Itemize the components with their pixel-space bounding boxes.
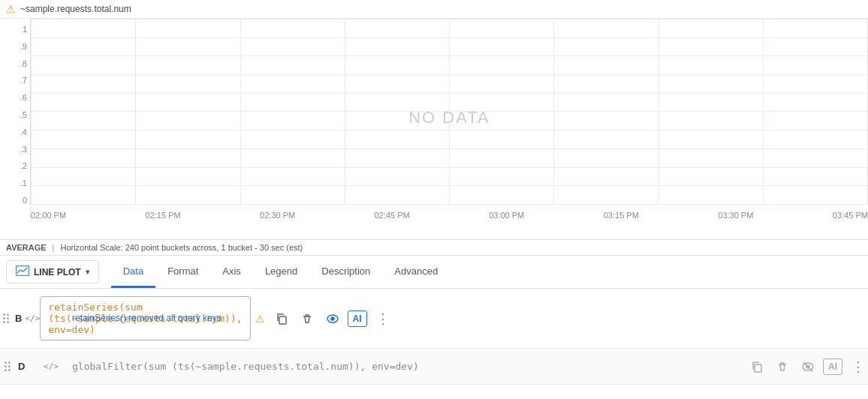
y-axis: 1 .9 .8 .7 .6 .5 .4 .3 .2 .1 0	[0, 19, 30, 221]
drag-handle-d[interactable]	[0, 362, 15, 371]
stats-description: Horizontal Scale: 240 point buckets acro…	[60, 243, 303, 252]
dropdown-icon: ▾	[86, 268, 89, 276]
copy-button-d[interactable]	[746, 356, 767, 377]
stats-bar: AVERAGE | Horizontal Scale: 240 point bu…	[0, 240, 868, 256]
query-code-tag-d[interactable]: </>	[38, 362, 65, 371]
chart-type-label: LINE PLOT	[34, 267, 81, 278]
aggregation-label: AVERAGE	[6, 243, 47, 252]
eye-off-button-d[interactable]	[797, 356, 818, 377]
stats-divider: |	[53, 243, 55, 252]
ai-button-d[interactable]: AI	[823, 358, 842, 375]
query-warning-text-b: retainSeries() removed all query keys	[0, 311, 868, 326]
chart-header: ⚠ ~sample.requests.total.num	[0, 0, 868, 19]
chart-title: ~sample.requests.total.num	[20, 4, 131, 14]
more-button-d[interactable]: ⋮	[848, 358, 868, 375]
tab-description[interactable]: Description	[309, 256, 382, 288]
tab-axis[interactable]: Axis	[210, 256, 253, 288]
warning-icon: ⚠	[6, 3, 16, 15]
tab-legend[interactable]: Legend	[253, 256, 309, 288]
svg-rect-4	[755, 364, 761, 372]
chart-container: 1 .9 .8 .7 .6 .5 .4 .3 .2 .1 0	[0, 19, 868, 240]
tab-data[interactable]: Data	[111, 256, 155, 288]
query-letter-d: D	[15, 361, 38, 372]
query-expression-d[interactable]: globalFilter(sum (ts(~sample.requests.to…	[65, 356, 740, 376]
x-axis: 02:00 PM 02:15 PM 02:30 PM 02:45 PM 03:0…	[31, 205, 868, 221]
vertical-grid-lines	[31, 19, 868, 205]
query-row-d: D </> globalFilter(sum (ts(~sample.reque…	[0, 349, 868, 385]
tabs-row: LINE PLOT ▾ Data Format Axis Legend Desc…	[0, 256, 868, 289]
tab-format[interactable]: Format	[155, 256, 210, 288]
chart-plot: NO DATA 02:00 PM 02:15 PM 02:30 PM 02:45…	[30, 19, 868, 221]
query-actions-d: AI	[740, 356, 848, 377]
chart-type-button[interactable]: LINE PLOT ▾	[6, 260, 99, 284]
query-row-b: B </> retainSeries(sum (ts(~sample.reque…	[0, 289, 868, 349]
tab-advanced[interactable]: Advanced	[382, 256, 450, 288]
line-plot-icon	[16, 266, 29, 278]
delete-button-d[interactable]	[772, 356, 793, 377]
